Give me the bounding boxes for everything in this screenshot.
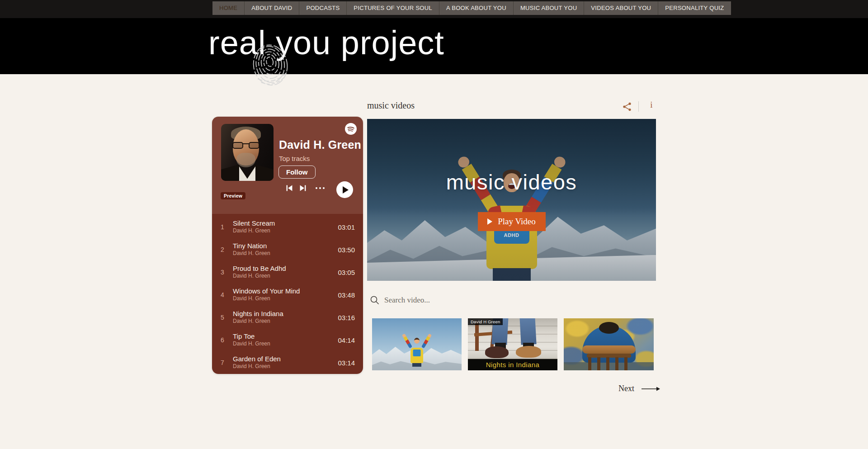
track-duration: 03:05 bbox=[338, 269, 355, 276]
previous-track-icon[interactable] bbox=[284, 183, 294, 193]
nav-item-about-david[interactable]: ABOUT DAVID bbox=[245, 1, 299, 15]
info-icon[interactable]: i bbox=[646, 100, 656, 111]
hero-dark-overlay bbox=[367, 119, 656, 281]
long-right-arrow-icon bbox=[642, 386, 660, 392]
track-row[interactable]: 7 Garden of Eden David H. Green 03:14 bbox=[212, 351, 363, 374]
track-duration: 03:14 bbox=[338, 359, 355, 367]
track-title: Silent Scream bbox=[233, 219, 338, 227]
artist-subtitle: Top tracks bbox=[279, 155, 310, 162]
nav-item-personality-quiz[interactable]: PERSONALITY QUIZ bbox=[658, 1, 731, 15]
spotify-embed-header: David H. Green Top tracks Follow Preview bbox=[212, 117, 363, 214]
track-title: Tiny Nation bbox=[233, 242, 338, 250]
track-list: 1 Silent Scream David H. Green 03:01 2 T… bbox=[212, 214, 363, 374]
track-row[interactable]: 1 Silent Scream David H. Green 03:01 bbox=[212, 216, 363, 238]
track-row[interactable]: 4 Windows of Your Mind David H. Green 03… bbox=[212, 284, 363, 306]
track-title: Proud to Be Adhd bbox=[233, 265, 338, 273]
nav-item-podcasts[interactable]: PODCASTS bbox=[299, 1, 347, 15]
site-header: real you project bbox=[0, 18, 868, 74]
track-row[interactable]: 5 Nights in Indiana David H. Green 03:16 bbox=[212, 306, 363, 329]
section-title: music videos bbox=[367, 100, 415, 111]
play-video-button[interactable]: Play Video bbox=[478, 212, 546, 231]
track-title: Nights in Indiana bbox=[233, 310, 338, 318]
track-title: Garden of Eden bbox=[233, 355, 338, 363]
track-duration: 03:50 bbox=[338, 246, 355, 254]
main-nav: HOME ABOUT DAVID PODCASTS PICTURES OF YO… bbox=[212, 1, 731, 15]
artist-photo-glasses bbox=[232, 142, 259, 150]
track-artist: David H. Green bbox=[233, 227, 338, 235]
video-thumbnail-nights-in-indiana[interactable]: David H Green Nights in Indiana bbox=[468, 318, 557, 370]
spotify-icon[interactable] bbox=[345, 123, 357, 135]
follow-button[interactable]: Follow bbox=[278, 165, 316, 179]
preview-badge: Preview bbox=[221, 192, 245, 199]
nav-item-music-about-you[interactable]: MUSIC ABOUT YOU bbox=[514, 1, 584, 15]
track-artist: David H. Green bbox=[233, 295, 338, 302]
spotify-embed: David H. Green Top tracks Follow Preview… bbox=[212, 117, 363, 374]
artist-photo bbox=[221, 124, 274, 181]
next-track-icon[interactable] bbox=[298, 183, 308, 193]
track-artist: David H. Green bbox=[233, 318, 338, 325]
track-duration: 03:16 bbox=[338, 314, 355, 321]
site-logo[interactable]: real you project bbox=[208, 24, 444, 61]
next-button[interactable]: Next bbox=[618, 384, 660, 393]
track-artist: David H. Green bbox=[233, 363, 338, 370]
track-row[interactable]: 6 Tip Toe David H. Green 04:14 bbox=[212, 329, 363, 351]
more-options-icon[interactable] bbox=[313, 183, 327, 193]
thumbnail-title-bar: Nights in Indiana bbox=[468, 359, 557, 370]
track-title: Tip Toe bbox=[233, 332, 338, 340]
video-thumbnail-proud-to-be-adhd[interactable] bbox=[372, 318, 462, 370]
share-icon[interactable] bbox=[621, 101, 633, 112]
nav-item-a-book-about-you[interactable]: A BOOK ABOUT YOU bbox=[439, 1, 514, 15]
track-duration: 03:48 bbox=[338, 291, 355, 299]
nav-item-home[interactable]: HOME bbox=[212, 1, 245, 15]
nav-item-pictures-of-your-soul[interactable]: PICTURES OF YOUR SOUL bbox=[347, 1, 439, 15]
track-artist: David H. Green bbox=[233, 340, 338, 348]
track-title: Windows of Your Mind bbox=[233, 287, 338, 295]
fingerprint-icon bbox=[245, 35, 296, 89]
icon-divider bbox=[638, 101, 639, 112]
play-icon[interactable] bbox=[336, 181, 353, 198]
video-thumbnail-man-on-chair-painting[interactable] bbox=[564, 318, 654, 370]
play-triangle-icon bbox=[487, 218, 492, 225]
track-duration: 03:01 bbox=[338, 223, 355, 231]
track-duration: 04:14 bbox=[338, 336, 355, 344]
video-player[interactable]: PROUD TO BE ADHD music videos Play Video bbox=[367, 119, 656, 281]
track-artist: David H. Green bbox=[233, 250, 338, 257]
artist-name[interactable]: David H. Green bbox=[279, 138, 361, 151]
thumbnail-artist-label: David H Green bbox=[468, 318, 503, 325]
nav-item-videos-about-you[interactable]: VIDEOS ABOUT YOU bbox=[584, 1, 658, 15]
hero-overlay-title: music videos bbox=[367, 170, 656, 194]
search-input[interactable] bbox=[384, 294, 637, 307]
search-icon bbox=[369, 295, 380, 306]
track-row[interactable]: 3 Proud to Be Adhd David H. Green 03:05 bbox=[212, 261, 363, 284]
top-nav-bar: HOME ABOUT DAVID PODCASTS PICTURES OF YO… bbox=[0, 0, 868, 18]
track-artist: David H. Green bbox=[233, 273, 338, 280]
track-row[interactable]: 2 Tiny Nation David H. Green 03:50 bbox=[212, 238, 363, 261]
